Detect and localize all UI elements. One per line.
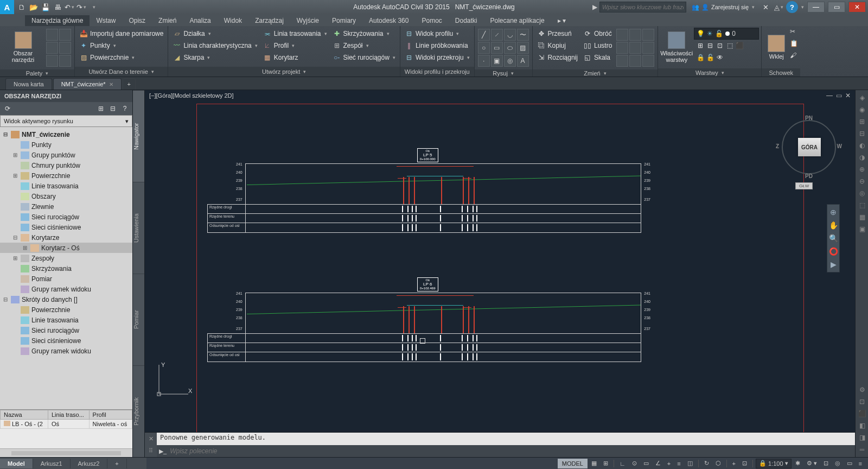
tool-icon[interactable]: ⬛	[857, 408, 867, 419]
layer-tool-icon[interactable]: ⊟	[706, 41, 714, 50]
tree-toggle-icon[interactable]: ⊟	[2, 131, 9, 137]
document-tab[interactable]: NMT_ćwiczenie*✕	[53, 78, 122, 90]
modelspace-button[interactable]: MODEL	[558, 459, 588, 468]
vp-close-icon[interactable]: ✕	[845, 92, 851, 99]
qat-print[interactable]: 🖶	[52, 2, 63, 12]
tree-node[interactable]: Obszary	[0, 191, 132, 201]
palette-btn[interactable]	[46, 55, 58, 67]
grid-row[interactable]: LB - Oś - (2 Oś Niweleta - oś	[1, 420, 132, 429]
ws-switch[interactable]: ⚙ ▾	[804, 459, 820, 468]
arc-button[interactable]: ◡	[504, 29, 516, 41]
layer-props-button[interactable]: Właściwości warstwy	[660, 28, 693, 67]
hatch-button[interactable]: ▨	[517, 42, 529, 54]
scale-button[interactable]: ◱Skala	[581, 52, 614, 64]
erase-button[interactable]	[642, 55, 654, 67]
palette-btn[interactable]	[59, 42, 71, 54]
polyline-button[interactable]: ⟋	[491, 29, 503, 41]
ribbon-tab[interactable]: Autodesk 360	[362, 15, 415, 26]
spline-button[interactable]: 〜	[517, 29, 529, 41]
tree-node[interactable]: ⊞Grupy punktów	[0, 150, 132, 160]
tree-node[interactable]: Sieci ciśnieniowe	[0, 222, 132, 232]
tool-icon[interactable]: ═	[857, 444, 867, 455]
qat-open[interactable]: 📂	[28, 2, 39, 12]
tree-toggle-icon[interactable]: ⊞	[22, 245, 28, 251]
tool-icon[interactable]: ◈	[857, 92, 867, 103]
surfaces-button[interactable]: ▨Powierzchnie▾	[77, 52, 165, 64]
polar-toggle[interactable]: ⊙	[629, 459, 640, 468]
point-button[interactable]: ·	[478, 55, 490, 67]
circle-button[interactable]: ○	[478, 42, 490, 54]
qat-save[interactable]: 💾	[40, 2, 51, 12]
tool-icon[interactable]: ⬚	[857, 200, 867, 211]
layer-tool-icon[interactable]: ⬛	[735, 41, 744, 50]
transparency-toggle[interactable]: ◫	[685, 459, 695, 468]
tree-node[interactable]: Sieci rurociągów	[0, 212, 132, 222]
viewcube[interactable]: PN PD W Z GÓRA GŁW	[779, 117, 839, 177]
qat-undo[interactable]: ↶▾	[64, 2, 75, 12]
ucs-icon[interactable]: Y X	[155, 360, 198, 405]
layer-tool-icon[interactable]: 🔒	[696, 53, 705, 62]
document-tab[interactable]: Nowa karta	[5, 78, 52, 90]
vp-minimize-icon[interactable]: —	[826, 92, 833, 99]
profileview-button[interactable]: ⊟Widok profilu▾	[403, 28, 472, 40]
corridor-button[interactable]: ▦Korytarz	[261, 52, 329, 64]
help-icon[interactable]: ?	[119, 103, 130, 114]
move-button[interactable]: ✥Przesuń	[535, 28, 580, 40]
close-tab-icon[interactable]: ✕	[109, 81, 113, 87]
cut-icon[interactable]: ✂	[790, 28, 798, 40]
break-button[interactable]	[616, 55, 628, 67]
extend-button[interactable]	[629, 29, 641, 41]
annomon-toggle[interactable]: +	[730, 459, 738, 468]
tree-node[interactable]: Pomiar	[0, 274, 132, 284]
ribbon-tab[interactable]: Polecane aplikacje	[484, 15, 551, 26]
copy-button[interactable]: ⿻Kopiuj	[535, 40, 580, 52]
tool-icon[interactable]: ▣	[857, 224, 867, 234]
3dosnap-toggle[interactable]: ⬡	[713, 459, 724, 468]
dyn-toggle[interactable]: +	[665, 459, 673, 468]
tree-toggle-icon[interactable]: ⊞	[12, 173, 18, 179]
command-input[interactable]	[170, 447, 853, 455]
grid-header[interactable]: Nazwa	[1, 410, 48, 420]
tool-icon[interactable]: ⊖	[857, 176, 867, 187]
help-icon[interactable]: ?	[786, 1, 798, 13]
vp-maximize-icon[interactable]: ▭	[836, 92, 842, 99]
ribbon-tab[interactable]: Analiza	[183, 15, 217, 26]
match-icon[interactable]: 🖌	[790, 52, 798, 64]
ribbon-tab[interactable]: Pomiary	[326, 15, 362, 26]
help-search-input[interactable]	[599, 2, 686, 12]
ribbon-tab[interactable]: Opisz	[122, 15, 152, 26]
tree-node[interactable]: Sieci rurociągów	[0, 325, 132, 335]
ribbon-tab[interactable]: Narzędzia główne	[25, 15, 90, 26]
viewcube-home[interactable]: GŁW	[795, 182, 813, 189]
grid-scrollbar[interactable]: ◀▶	[0, 448, 132, 457]
qat-redo[interactable]: ↷▾	[76, 2, 87, 12]
explode-button[interactable]	[642, 42, 654, 54]
copy-clip-icon[interactable]: 📋	[790, 40, 798, 52]
qat-more[interactable]: ▾	[88, 2, 99, 12]
tree-node[interactable]: Punkty	[0, 140, 132, 150]
tool-icon[interactable]: ⚙	[857, 384, 867, 395]
tree-node[interactable]: Linie trasowania	[0, 181, 132, 191]
customize-status[interactable]: ≡	[856, 459, 865, 468]
ribbon-tab[interactable]: Zarządzaj	[248, 15, 290, 26]
tool-icon[interactable]: ◧	[857, 420, 867, 431]
ribbon-tab[interactable]: Widok	[218, 15, 248, 26]
join-button[interactable]	[629, 55, 641, 67]
layout-tab[interactable]: Arkusz2	[71, 459, 108, 468]
annovisibility-toggle[interactable]: ✱	[793, 459, 803, 468]
exchange-icon[interactable]: ✕	[760, 2, 771, 12]
qprops-toggle[interactable]: ⊡	[739, 459, 750, 468]
icon-btn[interactable]: ⊟	[107, 103, 118, 114]
panel-label[interactable]: Palety▾	[0, 69, 74, 77]
isolate-toggle[interactable]: ◎	[832, 459, 843, 468]
tool-icon[interactable]: ⊞	[857, 116, 867, 127]
panel-label[interactable]: Rysuj▾	[475, 69, 532, 77]
qat-new[interactable]: 🗋	[16, 2, 27, 12]
palette-btn[interactable]	[46, 29, 58, 41]
rotate-button[interactable]: ⟳Obróć	[581, 28, 614, 40]
tree-node[interactable]: ⊞Zespoły	[0, 253, 132, 263]
anno-scale[interactable]: 🔒 1:100 ▾	[756, 459, 792, 468]
app-logo[interactable]: A	[0, 0, 14, 14]
tree-node[interactable]: ⊟Skróty do danych []	[0, 294, 132, 305]
window-close[interactable]: ✕	[848, 2, 866, 12]
